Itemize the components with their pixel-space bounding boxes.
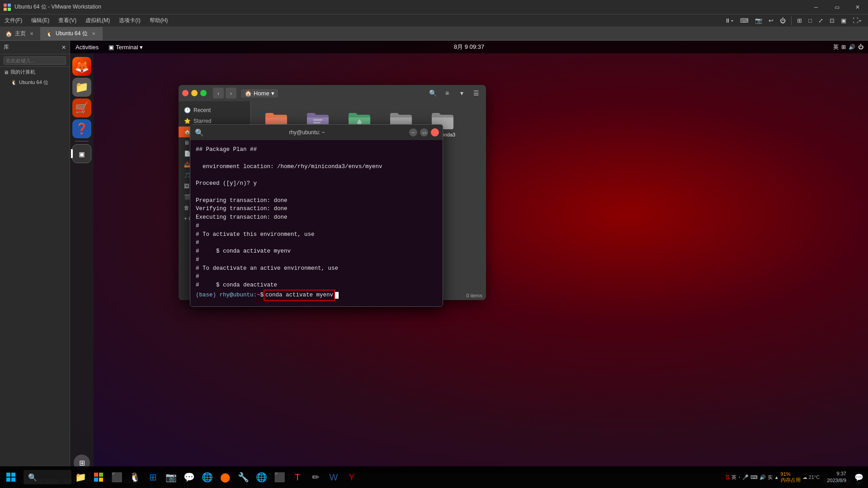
help-icon: ❓ (75, 122, 89, 135)
menu-file[interactable]: 文件(F) (0, 14, 27, 27)
fm-sidebar-recent[interactable]: 🕐 Recent (179, 105, 250, 116)
volume-icon[interactable]: 🔊 (849, 44, 855, 50)
panel-close-icon[interactable]: ✕ (61, 44, 66, 51)
fm-minimize-button[interactable] (191, 90, 198, 96)
tab-ubuntu-close[interactable]: ✕ (90, 31, 97, 37)
tree-item-ubuntu[interactable]: 🐧 Ubuntu 64 位 (0, 77, 70, 88)
fm-view-options-button[interactable]: ▾ (455, 87, 468, 99)
windows-notification-button[interactable]: 💬 (850, 466, 868, 488)
ubuntu-activities-button[interactable]: Activities (70, 41, 104, 53)
ubuntu-icon: 🐧 (46, 31, 53, 37)
console-button[interactable]: ▣ (838, 16, 849, 25)
lang-indicator[interactable]: 英 (833, 43, 839, 51)
tab-home[interactable]: 🏠 主页 ✕ (0, 27, 41, 40)
menu-tabs[interactable]: 选项卡(I) (114, 14, 145, 27)
systray-volume[interactable]: 🔊 (760, 474, 766, 480)
windows-systray: S 英 · 🎤 ⌨ 🔊 实 ▲ 91% 内存占用 ☁ 21°C (722, 471, 823, 483)
taskbar-photos[interactable]: 📷 (162, 466, 180, 488)
dock-files[interactable]: 📁 (72, 78, 91, 97)
taskbar-ie[interactable]: 🌐 (252, 466, 270, 488)
vmware-close-button[interactable]: ✕ (847, 0, 868, 14)
taskbar-devtools[interactable]: ⬛ (108, 466, 126, 488)
dock-terminal[interactable]: ▣ (72, 144, 91, 163)
svg-rect-5 (313, 122, 321, 123)
dock-appstore[interactable]: 🛒 (72, 99, 91, 117)
taskbar-settings[interactable] (90, 466, 108, 488)
power-button[interactable]: ⏻ (777, 16, 788, 25)
windows-clock[interactable]: 9:37 2023/8/9 (823, 470, 850, 484)
fm-titlebar: ‹ › 🏠 Home ▾ 🔍 ≡ ▾ ☰ (179, 85, 486, 101)
systray-temp: ☁ 21°C (802, 474, 820, 480)
menu-view[interactable]: 查看(V) (54, 14, 81, 27)
windows-search-input[interactable] (40, 474, 67, 480)
tab-ubuntu[interactable]: 🐧 Ubuntu 64 位 ✕ (41, 27, 103, 40)
taskbar-wechat[interactable]: 💬 (180, 466, 198, 488)
taskbar-youdao[interactable]: Y (343, 466, 361, 488)
fullscreen-button[interactable]: ⛶▾ (850, 16, 864, 25)
fm-maximize-button[interactable] (200, 90, 207, 96)
taskbar-chrome[interactable]: ⬤ (216, 466, 234, 488)
terminal-titlebar: 🔍 rhy@ubuntu: ~ ─ ▭ (190, 125, 443, 140)
taskbar-word[interactable]: W (325, 466, 343, 488)
dock-divider (75, 141, 89, 141)
dock-help[interactable]: ❓ (72, 119, 91, 138)
stretch-button[interactable]: ⤢ (816, 16, 826, 25)
unity-mode-button[interactable]: □ (806, 16, 815, 25)
taskbar-qq[interactable]: 🐧 (126, 466, 144, 488)
systray-network[interactable]: 实 (768, 474, 773, 481)
systray-s[interactable]: S (726, 474, 730, 481)
fm-view-list-button[interactable]: ≡ (441, 87, 453, 99)
taskbar-text[interactable]: T (288, 466, 307, 488)
autofit-button[interactable]: ⊡ (827, 16, 837, 25)
windows-start-button[interactable] (0, 466, 22, 488)
ubuntu-desktop: Activities ▣ Terminal ▾ 8月 9 09:37 英 ⊞ 🔊… (70, 41, 868, 474)
tab-home-close[interactable]: ✕ (28, 31, 35, 37)
vmware-tabbar: 🏠 主页 ✕ 🐧 Ubuntu 64 位 ✕ (0, 27, 868, 41)
snapshot-button[interactable]: 📷 (752, 16, 765, 25)
terminal-maximize-button[interactable]: ▭ (420, 128, 428, 136)
taskbar-edge[interactable]: 🌐 (198, 466, 216, 488)
fm-menu-button[interactable]: ☰ (470, 87, 482, 99)
svg-rect-17 (99, 478, 103, 482)
systray-expand[interactable]: ▲ (774, 475, 779, 480)
ubuntu-terminal-button[interactable]: ▣ Terminal ▾ (104, 41, 147, 53)
terminal-close-button[interactable] (431, 128, 439, 136)
svg-rect-10 (6, 473, 10, 477)
svg-rect-13 (11, 478, 15, 482)
menu-edit[interactable]: 编辑(E) (27, 14, 54, 27)
terminal-chevron-icon: ▾ (140, 44, 143, 51)
fit-guest-button[interactable]: ⊞ (794, 16, 805, 25)
systray-lang[interactable]: 英 (731, 474, 736, 481)
systray-mic[interactable]: 🎤 (742, 474, 749, 480)
revert-button[interactable]: ↩ (766, 16, 776, 25)
taskbar-explorer[interactable]: 📁 (71, 466, 90, 488)
windows-search-bar[interactable]: 🔍 (24, 470, 71, 484)
tree-item-my-computer[interactable]: 🖥 我的计算机 (0, 67, 70, 77)
systray-keyboard[interactable]: ⌨ (750, 474, 758, 480)
taskbar-tools[interactable]: 🔧 (234, 466, 252, 488)
fm-back-button[interactable]: ‹ (213, 88, 224, 99)
taskbar-vmware-task[interactable]: ⬛ (270, 466, 288, 488)
terminal-input[interactable]: conda activate myenv (264, 290, 335, 301)
menu-help[interactable]: 帮助(H) (145, 14, 173, 27)
menu-vm[interactable]: 虚拟机(M) (81, 14, 114, 27)
taskbar-drawing[interactable]: ✏ (307, 466, 325, 488)
fm-search-button[interactable]: 🔍 (426, 87, 439, 99)
fm-forward-button[interactable]: › (226, 88, 236, 99)
fm-close-button[interactable] (182, 90, 189, 96)
dock-firefox[interactable]: 🦊 (72, 57, 91, 76)
power-icon[interactable]: ⏻ (858, 44, 863, 50)
vmware-minimize-button[interactable]: ─ (806, 0, 826, 14)
panel-search-input[interactable] (4, 56, 66, 65)
svg-rect-1 (8, 4, 11, 7)
terminal-minimize-button[interactable]: ─ (409, 128, 417, 136)
taskbar-store[interactable]: ⊞ (144, 466, 162, 488)
send-ctrl-alt-del-button[interactable]: ⌨ (737, 16, 751, 25)
terminal-search-button[interactable]: 🔍 (194, 127, 205, 138)
terminal-content[interactable]: ## Package Plan ## environment location:… (190, 140, 443, 306)
svg-rect-15 (99, 473, 103, 477)
pause-button[interactable]: ⏸▾ (722, 16, 736, 25)
vmware-restore-button[interactable]: ▭ (826, 0, 847, 14)
ubuntu-tree-icon: 🐧 (11, 80, 17, 85)
fm-path-bar[interactable]: 🏠 Home ▾ (241, 89, 278, 98)
